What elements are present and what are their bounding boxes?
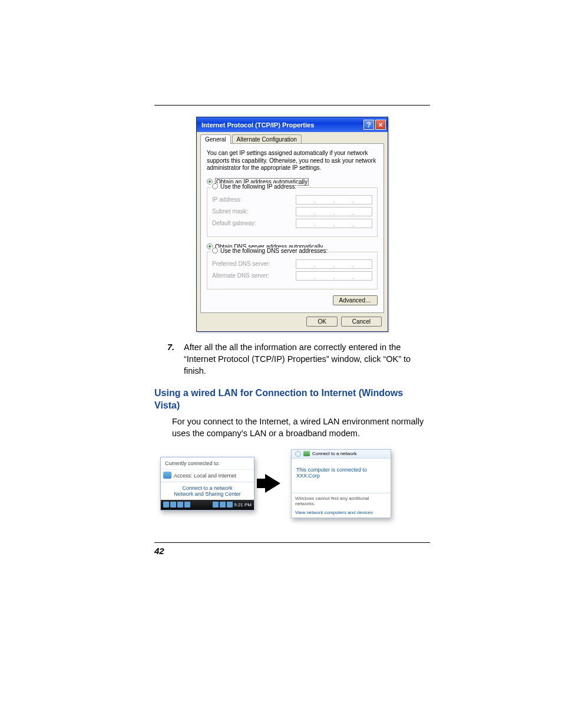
tray-icon bbox=[177, 502, 183, 508]
cancel-button[interactable]: Cancel bbox=[341, 317, 382, 327]
radio-use-following-ip[interactable] bbox=[212, 183, 218, 189]
network-icon bbox=[163, 472, 171, 479]
dialog-title: Internet Protocol (TCP/IP) Properties bbox=[201, 121, 314, 129]
step-row: 7. After all the all the information are… bbox=[154, 341, 430, 377]
vista-dialog-title: Connect to a network bbox=[312, 451, 357, 456]
vista-connect-dialog: Connect to a network This computer is co… bbox=[291, 449, 391, 518]
radio-use-following-ip-label: Use the following IP address: bbox=[220, 183, 296, 190]
vista-dialog-message: This computer is connected to XXX.Corp bbox=[292, 459, 391, 493]
tray-icon bbox=[184, 502, 190, 508]
vista-access-label: Access: Local and Internet bbox=[174, 473, 236, 479]
advanced-button[interactable]: Advanced… bbox=[333, 295, 378, 305]
section-heading: Using a wired LAN for Connection to Inte… bbox=[154, 387, 430, 412]
section-body: For you connect to the Internet, a wired… bbox=[172, 416, 430, 440]
back-icon[interactable] bbox=[295, 451, 301, 457]
preferred-dns-input: ... bbox=[296, 259, 372, 269]
tray-icon bbox=[220, 502, 226, 508]
vista-screenshots-row: Currently connected to: Access: Local an… bbox=[160, 449, 430, 518]
step-number: 7. bbox=[154, 341, 184, 377]
vista-popup-header: Currently connected to: bbox=[161, 457, 254, 470]
tray-icon bbox=[170, 502, 176, 508]
page-content: Internet Protocol (TCP/IP) Properties ? … bbox=[154, 106, 430, 518]
tab-alternate-config[interactable]: Alternate Configuration bbox=[232, 134, 302, 144]
dialog-description: You can get IP settings assigned automat… bbox=[207, 150, 378, 172]
vista-link-connect[interactable]: Connect to a network bbox=[165, 485, 250, 491]
subnet-mask-label: Subnet mask: bbox=[212, 208, 248, 215]
arrow-icon bbox=[265, 474, 280, 493]
dialog-titlebar[interactable]: Internet Protocol (TCP/IP) Properties ? … bbox=[197, 117, 388, 132]
ip-address-input: ... bbox=[296, 195, 372, 205]
tray-icon bbox=[163, 502, 169, 508]
ok-button[interactable]: OK bbox=[306, 317, 337, 327]
page-number: 42 bbox=[154, 546, 164, 556]
tcpip-properties-dialog: Internet Protocol (TCP/IP) Properties ? … bbox=[196, 117, 388, 332]
vista-dialog-link[interactable]: View network computers and devices bbox=[292, 509, 391, 518]
network-globe-icon bbox=[303, 451, 310, 456]
footer-rule bbox=[154, 542, 430, 543]
alternate-dns-label: Alternate DNS server: bbox=[212, 272, 269, 279]
step-text: After all the all the information are co… bbox=[184, 341, 430, 377]
preferred-dns-label: Preferred DNS server: bbox=[212, 261, 270, 267]
radio-use-following-dns-label: Use the following DNS server addresses: bbox=[220, 248, 328, 254]
ip-address-label: IP address: bbox=[212, 196, 242, 203]
vista-link-sharing-center[interactable]: Network and Sharing Center bbox=[165, 491, 250, 497]
radio-use-following-dns[interactable] bbox=[212, 248, 218, 253]
default-gateway-input: ... bbox=[296, 219, 372, 228]
header-rule bbox=[154, 105, 430, 106]
default-gateway-label: Default gateway: bbox=[212, 220, 256, 226]
vista-dialog-section: Windows cannot find any additional netwo… bbox=[292, 493, 391, 509]
taskbar-clock: 5:21 PM bbox=[234, 502, 252, 508]
tray-icon bbox=[227, 502, 233, 508]
close-icon[interactable]: × bbox=[375, 120, 386, 130]
tab-general[interactable]: General bbox=[200, 134, 231, 144]
vista-taskbar: 5:21 PM bbox=[161, 500, 254, 510]
subnet-mask-input: ... bbox=[296, 207, 372, 216]
tray-icon bbox=[213, 502, 219, 508]
alternate-dns-input: ... bbox=[296, 271, 372, 281]
help-icon[interactable]: ? bbox=[363, 120, 374, 130]
vista-network-popup: Currently connected to: Access: Local an… bbox=[160, 457, 254, 510]
